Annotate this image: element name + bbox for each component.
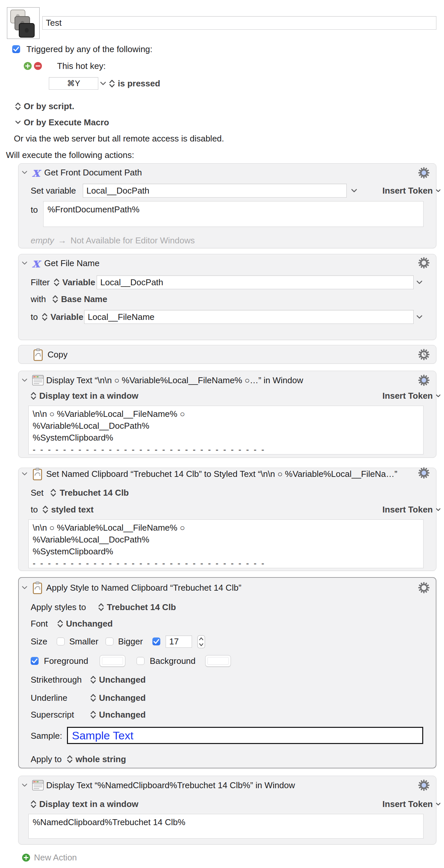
macro-icon bbox=[7, 7, 39, 39]
action-set-named-clipboard[interactable]: Set Named Clipboard “Trebuchet 14 Clb” t… bbox=[18, 468, 436, 571]
remove-trigger-button[interactable] bbox=[34, 62, 42, 70]
apply-to-popup[interactable] bbox=[67, 755, 72, 764]
gear-button[interactable] bbox=[418, 779, 430, 792]
display-text-textarea[interactable]: \n\n ○ %Variable%Local__FileName% ○ %Var… bbox=[28, 406, 423, 455]
variable-icon: x bbox=[32, 165, 40, 179]
up-down-icon bbox=[90, 710, 96, 719]
display-text-textarea[interactable]: %NamedClipboard%Trebuchet 14 Clb% bbox=[28, 814, 423, 839]
chevron-down-icon bbox=[100, 82, 106, 85]
insert-token-button[interactable]: Insert Token bbox=[382, 504, 441, 515]
disclosure-button[interactable] bbox=[22, 171, 27, 175]
font-label: Font bbox=[31, 619, 48, 629]
variable-dropdown[interactable] bbox=[416, 280, 422, 284]
to-variable-input[interactable] bbox=[84, 310, 414, 324]
display-mode-popup[interactable]: Display text in a window bbox=[31, 391, 139, 401]
filter-kind-popup[interactable] bbox=[54, 278, 59, 287]
hot-key-label: This hot key: bbox=[57, 61, 106, 71]
disclosure-button[interactable] bbox=[22, 472, 27, 476]
insert-token-button[interactable]: Insert Token bbox=[382, 391, 441, 401]
variable-dropdown[interactable] bbox=[416, 315, 422, 319]
strikethrough-popup[interactable] bbox=[90, 675, 96, 684]
foreground-checkbox[interactable] bbox=[31, 657, 38, 665]
text-window-icon bbox=[32, 374, 44, 386]
keycap-dark-icon bbox=[19, 23, 35, 38]
with-kind-popup[interactable] bbox=[53, 295, 58, 303]
or-by-execute-label: Or by Execute Macro bbox=[24, 117, 109, 128]
gear-button[interactable] bbox=[418, 256, 430, 269]
font-popup[interactable] bbox=[57, 619, 63, 628]
variable-name-input[interactable] bbox=[83, 184, 347, 197]
clipboard-popup[interactable] bbox=[51, 488, 56, 497]
size-stepper[interactable] bbox=[197, 635, 205, 648]
up-down-icon bbox=[31, 392, 36, 400]
font-value-label: Unchanged bbox=[66, 619, 113, 629]
disclosure-button[interactable] bbox=[22, 379, 27, 382]
action-get-front-document-path[interactable]: x Get Front Document Path Set variable I… bbox=[18, 163, 436, 248]
foreground-label: Foreground bbox=[44, 656, 88, 666]
to-value-textarea[interactable]: %FrontDocumentPath% bbox=[43, 201, 423, 227]
background-checkbox[interactable] bbox=[137, 657, 145, 665]
up-down-icon bbox=[51, 488, 56, 497]
display-mode-popup[interactable]: Display text in a window bbox=[31, 799, 139, 809]
chevron-down-icon bbox=[436, 189, 441, 192]
new-action-button[interactable]: New Action bbox=[22, 852, 77, 863]
insert-token-button[interactable]: Insert Token bbox=[382, 799, 441, 809]
or-by-script-popup[interactable]: Or by script. bbox=[15, 101, 74, 112]
action-display-text-1[interactable]: Display Text “\n\n ○ %Variable%Local__Fi… bbox=[18, 371, 436, 458]
sample-text: Sample Text bbox=[72, 729, 133, 742]
add-trigger-button[interactable] bbox=[24, 62, 32, 70]
or-by-execute-disclosure[interactable]: Or by Execute Macro bbox=[15, 117, 109, 128]
clipboard-icon bbox=[33, 348, 43, 361]
filter-variable-input[interactable] bbox=[97, 275, 414, 289]
action-copy[interactable]: Copy bbox=[18, 345, 436, 364]
disclosure-button[interactable] bbox=[22, 783, 27, 787]
size-checkbox[interactable] bbox=[152, 638, 160, 645]
size-input[interactable] bbox=[166, 636, 192, 648]
underline-popup[interactable] bbox=[90, 693, 96, 702]
macro-name-input[interactable] bbox=[42, 16, 436, 30]
foreground-color-well[interactable] bbox=[99, 655, 125, 667]
macro-editor: Triggered by any of the following: This … bbox=[0, 0, 444, 868]
action-get-file-name[interactable]: x Get File Name Filter Variable bbox=[18, 254, 436, 340]
chevron-down-icon bbox=[22, 472, 27, 476]
chevron-down-icon bbox=[416, 280, 422, 284]
plus-icon bbox=[25, 64, 30, 68]
gear-button[interactable] bbox=[418, 581, 430, 594]
smaller-checkbox[interactable] bbox=[57, 638, 65, 645]
background-color-well[interactable] bbox=[205, 655, 231, 667]
web-server-note: Or via the web server but all remote acc… bbox=[14, 133, 224, 144]
bigger-checkbox[interactable] bbox=[106, 638, 114, 645]
triggered-checkbox[interactable] bbox=[12, 45, 20, 53]
superscript-popup[interactable] bbox=[90, 710, 96, 719]
up-down-icon bbox=[57, 619, 63, 628]
hot-key-dropdown[interactable] bbox=[100, 82, 106, 85]
bigger-label: Bigger bbox=[118, 637, 143, 647]
insert-token-button[interactable]: Insert Token bbox=[382, 186, 441, 196]
gear-button[interactable] bbox=[418, 374, 430, 386]
strikethrough-value: Unchanged bbox=[99, 675, 146, 685]
gear-button[interactable] bbox=[418, 467, 430, 479]
styled-text-textarea[interactable]: \n\n ○ %Variable%Local__FileName% ○ %Var… bbox=[28, 519, 423, 568]
filter-kind-label: Variable bbox=[62, 277, 95, 287]
up-down-icon bbox=[109, 79, 115, 88]
gear-button[interactable] bbox=[418, 166, 430, 179]
disclosure-button[interactable] bbox=[22, 261, 27, 265]
to-kind-popup[interactable] bbox=[42, 313, 48, 321]
text-window-icon bbox=[32, 779, 44, 791]
variable-dropdown[interactable] bbox=[351, 189, 357, 193]
hot-key-event-popup[interactable]: is pressed bbox=[109, 79, 160, 89]
action-display-text-2[interactable]: Display Text “%NamedClipboard%Trebuchet … bbox=[18, 776, 436, 845]
to-kind-popup[interactable] bbox=[42, 505, 48, 514]
to-label: to bbox=[31, 312, 38, 322]
chevron-down-icon bbox=[436, 508, 441, 511]
arrow-right-icon: → bbox=[58, 236, 67, 246]
disclosure-button[interactable] bbox=[22, 586, 27, 590]
underline-label: Underline bbox=[31, 693, 67, 703]
clipboard-popup[interactable] bbox=[98, 603, 104, 612]
insert-token-label: Insert Token bbox=[382, 799, 433, 809]
hot-key-input[interactable]: ⌘Y bbox=[49, 77, 98, 90]
gear-timeout-button[interactable] bbox=[418, 348, 430, 361]
clipboard-icon bbox=[33, 468, 42, 480]
size-label: Size bbox=[31, 637, 48, 647]
will-execute-label: Will execute the following actions: bbox=[6, 150, 134, 160]
